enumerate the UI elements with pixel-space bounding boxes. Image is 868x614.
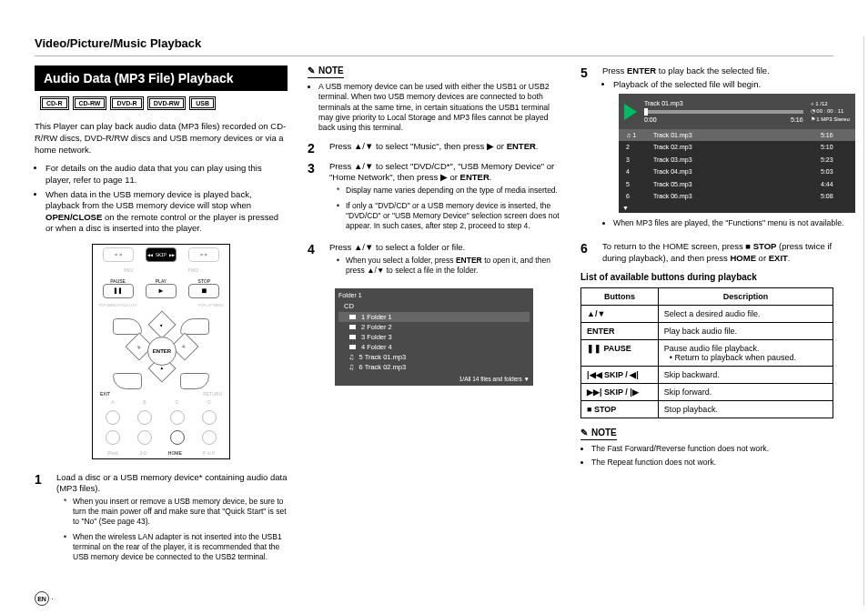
note-heading: ✎NOTE (308, 65, 344, 78)
media-badges: CD-R CD-RW DVD-R DVD-RW USB (40, 96, 282, 110)
note-bullets: A USB memory device can be used with eit… (308, 82, 560, 134)
list-item: 3Track 03.mp35:23 (619, 154, 855, 166)
play-icon (624, 104, 637, 120)
step-1: Load a disc or a USB memory device* cont… (56, 472, 288, 569)
page-language-mark: EN (35, 591, 49, 606)
folder-icon (349, 345, 356, 349)
step-6: To return to the HOME screen, press ■ ST… (602, 241, 833, 265)
skip-label: ◀◀ SKIP ▶▶ (146, 247, 177, 262)
note-icon: ✎ (580, 428, 588, 438)
page-title: Video/Picture/Music Playback (35, 36, 833, 56)
playback-panel: Track 01.mp3 0:005:16 ⟐ 1 /12 ◔ 00 : 00 … (619, 94, 855, 213)
intro-bullets: For details on the audio data that you c… (35, 163, 288, 234)
list-item: 6Track 06.mp35:08 (619, 190, 855, 202)
list-item: 5Track 05.mp34:44 (619, 178, 855, 190)
table-title: List of available buttons during playbac… (580, 272, 833, 282)
skip-back-icon: ◂◂ (103, 247, 134, 262)
music-note-icon: ♫ (349, 363, 354, 371)
skip-fwd-icon: ▸▸ (188, 247, 219, 262)
list-item: 4Track 04.mp35:03 (619, 166, 855, 177)
note-icon: ✎ (308, 65, 315, 75)
folder-icon (349, 325, 356, 329)
intro-text: This Player can play back audio data (MP… (35, 121, 288, 156)
step-4: Press ▲/▼ to select a folder or file. Wh… (329, 242, 560, 281)
remote-diagram: ◂◂ ◀◀ SKIP ▶▶ ▸▸ REVFWD PAUSE❚❚ PLAY▶ ST… (92, 244, 230, 459)
buttons-table: ButtonsDescription ▲/▼Select a desired a… (580, 287, 833, 418)
note-bullets-2: The Fast Forward/Reverse function does n… (580, 444, 833, 468)
step-3: Press ▲/▼ to select "DVD/CD*", "USB Memo… (329, 161, 560, 237)
folder-panel: Folder 1 CD 1 Folder 1 2 Folder 2 3 Fold… (335, 288, 533, 386)
list-item: ♫ 1Track 01.mp35:16 (619, 129, 855, 141)
list-item: 2Track 02.mp35:10 (619, 141, 855, 153)
step-number: 1 (35, 472, 47, 487)
step-2: Press ▲/▼ to select "Music", then press … (329, 141, 560, 153)
music-note-icon: ♫ (349, 353, 354, 361)
folder-icon (349, 335, 356, 339)
folder-icon (349, 315, 356, 319)
section-heading: Audio Data (MP3 File) Playback (35, 65, 288, 91)
note-heading: ✎NOTE (580, 428, 617, 440)
enter-button: ENTER (147, 337, 177, 366)
step-5: Press ENTER to play back the selected fi… (602, 65, 855, 236)
